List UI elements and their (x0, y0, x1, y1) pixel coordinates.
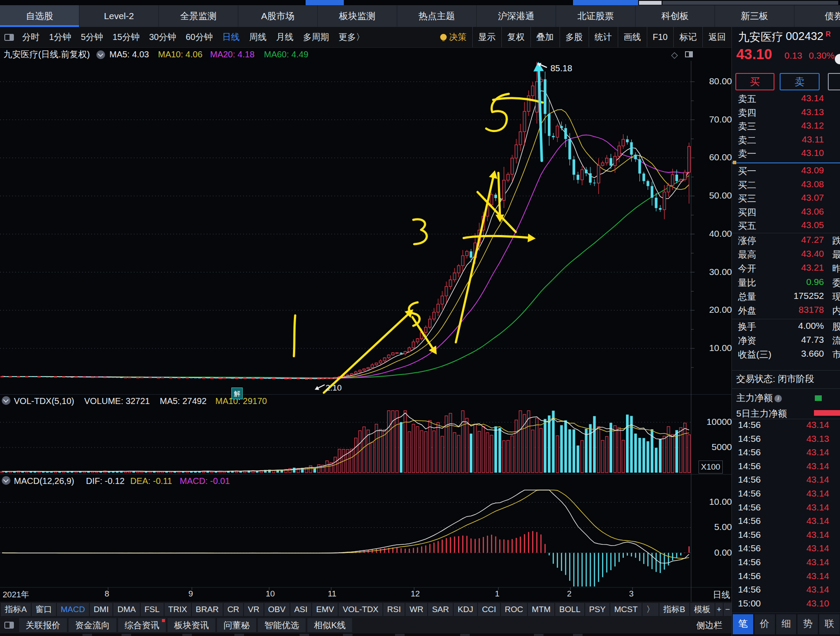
indicator-tab-6[interactable]: FSL (141, 603, 164, 616)
bottom-tab-label: 综合资讯 (125, 620, 159, 630)
tick-row-1[interactable]: 14:5643.14 (732, 420, 840, 433)
tick-row-10[interactable]: 14:5643.14 (732, 543, 840, 556)
quote-tab-2[interactable]: 价 (754, 614, 775, 634)
date-axis-label: 3 (629, 589, 634, 599)
bottom-tab-label: 关联报价 (26, 620, 60, 630)
jie-badge[interactable]: 解 (231, 388, 243, 399)
tick-row-5[interactable]: 14:5643.14 (732, 474, 840, 488)
high-price-annotation: 85.18 (550, 63, 572, 73)
indicator-tab-15[interactable]: RSI (383, 603, 405, 616)
bottom-tab-3[interactable]: 综合资讯 (118, 618, 166, 632)
bottom-tab-1[interactable]: 关联报价 (19, 618, 67, 632)
bid-row-4[interactable]: 买四43.06 (732, 206, 840, 220)
stat-value: 47.27 (771, 235, 824, 245)
clipped-second-column: 股 (832, 321, 840, 333)
tick-row-9[interactable]: 14:5643.14 (732, 530, 840, 543)
indicator-tab-2[interactable]: 窗口 (32, 603, 56, 616)
info-icon[interactable] (774, 395, 782, 402)
indicator-tab-27[interactable]: 模板 (690, 603, 715, 616)
axis-tick-label: 80.00 (694, 76, 732, 86)
level-price: 43.09 (771, 165, 824, 176)
clipped-button[interactable] (828, 73, 840, 90)
tick-row-4[interactable]: 14:5643.14 (732, 461, 840, 474)
buy-button[interactable]: 买 (735, 73, 774, 90)
stat-label: 今开 (738, 262, 756, 275)
sell-button[interactable]: 卖 (780, 73, 820, 90)
indicator-tab-8[interactable]: BRAR (192, 603, 223, 616)
indicator-tab-16[interactable]: WR (405, 603, 427, 616)
low-price-annotation: 2.10 (326, 383, 342, 393)
bid-row-5[interactable]: 买五43.05 (732, 220, 840, 233)
bid-row-3[interactable]: 买三43.07 (732, 192, 840, 206)
indicator-tab-5[interactable]: DMA (113, 603, 139, 616)
indicator-tab-20[interactable]: ROC (501, 603, 527, 616)
stock-code: 002432 (786, 30, 824, 43)
indicator-tab-12[interactable]: ASI (290, 603, 312, 616)
indicator-tab-3[interactable]: MACD (57, 603, 89, 616)
indicator-tab-1[interactable]: 指标A (1, 603, 31, 616)
ask-row-2[interactable]: 卖二43.11 (732, 134, 840, 148)
tick-row-11[interactable]: 14:5643.14 (732, 557, 840, 570)
axis-tick-label: 0.00 (694, 547, 732, 558)
quote-tab-1[interactable]: 笔 (733, 614, 753, 634)
quote-tab-5[interactable]: 联 (819, 614, 840, 634)
tick-row-8[interactable]: 14:5643.14 (732, 516, 840, 529)
bid-row-1[interactable]: 买一43.09 (732, 165, 840, 179)
ask-row-4[interactable]: 卖四43.13 (732, 107, 840, 120)
indicator-tab-29[interactable]: − (724, 603, 731, 616)
stat-row-1: 涨停47.27跌 (732, 235, 840, 248)
indicator-tab-22[interactable]: BOLL (555, 603, 584, 616)
indicator-tab-7[interactable]: TRIX (165, 603, 191, 616)
tick-row-6[interactable]: 14:5643.14 (732, 488, 840, 502)
bottom-tab-4[interactable]: 板块资讯 (168, 618, 215, 632)
axis-tick-label: 10.00 (694, 497, 732, 507)
indicator-tab-24[interactable]: MCST (610, 603, 642, 616)
indicator-tab-18[interactable]: KDJ (454, 603, 477, 616)
indicator-tab-bar: 指标A窗口MACDDMIDMAFSLTRIXBRARCRVROBVASIEMVV… (0, 602, 731, 617)
axis-tick-label: 20.00 (694, 305, 732, 315)
date-axis-label: 1 (495, 589, 500, 599)
tick-row-2[interactable]: 14:5643.13 (732, 434, 840, 447)
indicator-tab-14[interactable]: VOL-TDX (339, 603, 382, 616)
bid-row-2[interactable]: 买二43.08 (732, 179, 840, 192)
indicator-tab-11[interactable]: OBV (264, 603, 290, 616)
ask-row-5[interactable]: 卖五43.14 (732, 93, 840, 106)
tick-row-12[interactable]: 14:5643.14 (732, 571, 840, 584)
indicator-tab-17[interactable]: SAR (428, 603, 453, 616)
tick-price: 43.14 (771, 543, 829, 553)
quote-tab-3[interactable]: 细 (776, 614, 797, 634)
level-price: 43.07 (771, 192, 824, 203)
tick-time: 14:56 (738, 557, 761, 567)
bottom-tab-5[interactable]: 问董秘 (217, 618, 256, 632)
five-day-net-label: 5日主力净额 (736, 407, 787, 420)
indicator-tab-19[interactable]: CCI (478, 603, 500, 616)
tick-price: 43.14 (771, 557, 829, 567)
clipped-second-column: 市 (832, 348, 840, 361)
bottom-tab-7[interactable]: 相似K线 (307, 618, 352, 632)
indicator-tab-25[interactable]: 〉 (642, 603, 659, 616)
indicator-tab-4[interactable]: DMI (90, 603, 113, 616)
sidebar-toggle-button[interactable]: 侧边栏 (688, 618, 730, 632)
clipped-second-column: 委 (832, 277, 840, 289)
ask-row-1[interactable]: 卖一43.10 (732, 148, 840, 161)
tick-row-7[interactable]: 14:5643.14 (732, 502, 840, 516)
indicator-tab-23[interactable]: PSY (585, 603, 609, 616)
divider-marker (733, 161, 736, 164)
indicator-tab-26[interactable]: 指标B (659, 603, 689, 616)
tick-row-3[interactable]: 14:5643.14 (732, 447, 840, 460)
bottom-tab-6[interactable]: 智能优选 (258, 618, 306, 632)
taskbar-icon (343, 634, 352, 636)
level-label: 卖五 (738, 93, 756, 105)
indicator-tab-10[interactable]: VR (244, 603, 263, 616)
bottom-tab-2[interactable]: 资金流向 (69, 618, 116, 632)
indicator-tab-13[interactable]: EMV (312, 603, 338, 616)
panel-icon[interactable] (4, 622, 14, 629)
indicator-tab-9[interactable]: CR (224, 603, 243, 616)
tick-row-14[interactable]: 15:0043.10 (732, 598, 840, 612)
indicator-tab-21[interactable]: MTM (528, 603, 554, 616)
ask-row-3[interactable]: 卖三43.12 (732, 120, 840, 134)
tick-row-13[interactable]: 14:5643.14 (732, 584, 840, 598)
chart-canvas[interactable] (0, 0, 840, 636)
quote-tab-4[interactable]: 势 (797, 614, 818, 634)
indicator-tab-28[interactable]: + (715, 603, 723, 616)
